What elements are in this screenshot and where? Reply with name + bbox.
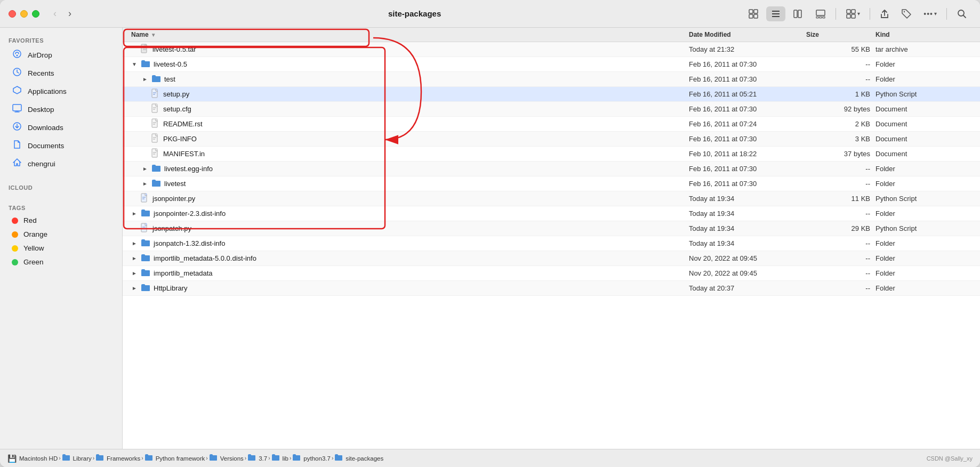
- doc-icon: [151, 133, 160, 144]
- svg-rect-16: [852, 14, 855, 18]
- sidebar-item-tag-orange[interactable]: Orange: [3, 228, 119, 241]
- file-kind: Document: [875, 120, 971, 128]
- sidebar-item-downloads[interactable]: Downloads: [3, 119, 119, 136]
- close-button[interactable]: [9, 10, 16, 18]
- tag-yellow-dot: [12, 245, 18, 252]
- file-name: livetest-0.5.tar: [152, 45, 196, 53]
- statusbar-path-item[interactable]: Versions: [209, 454, 244, 463]
- table-row[interactable]: jsonpatch.py Today at 19:34 29 KB Python…: [123, 221, 980, 236]
- view-gallery-button[interactable]: [811, 6, 830, 21]
- sidebar-item-applications-label: Applications: [28, 87, 67, 95]
- svg-rect-15: [847, 14, 850, 18]
- table-row[interactable]: PKG-INFO Feb 16, 2011 at 07:30 3 KB Docu…: [123, 132, 980, 147]
- group-button[interactable]: ▾: [841, 6, 864, 21]
- table-row[interactable]: setup.cfg Feb 16, 2011 at 07:30 92 bytes…: [123, 102, 980, 117]
- expand-arrow[interactable]: ►: [142, 181, 148, 187]
- nav-buttons: ‹ ›: [50, 7, 75, 20]
- file-name-cell: MANIFEST.in: [131, 148, 689, 159]
- statusbar-path-item[interactable]: Library: [62, 454, 92, 463]
- site-packages-folder-icon: [334, 454, 343, 463]
- expand-arrow[interactable]: ►: [131, 270, 138, 276]
- table-row[interactable]: ► livetest.egg-info Feb 16, 2011 at 07:3…: [123, 162, 980, 176]
- svg-rect-0: [749, 10, 753, 13]
- table-row[interactable]: ► livetest Feb 16, 2011 at 07:30 -- Fold…: [123, 176, 980, 191]
- statusbar-path-item[interactable]: 3.7: [247, 454, 267, 463]
- table-row[interactable]: ► test Feb 16, 2011 at 07:30 -- Folder: [123, 72, 980, 87]
- back-button[interactable]: ‹: [50, 7, 60, 20]
- statusbar-path-label: python3.7: [303, 455, 331, 462]
- sidebar-item-chengrui[interactable]: chengrui: [3, 155, 119, 172]
- tag-red-dot: [12, 218, 18, 224]
- table-row[interactable]: ▼ livetest-0.5 Feb 16, 2011 at 07:30 -- …: [123, 57, 980, 72]
- table-row[interactable]: jsonpointer.py Today at 19:34 11 KB Pyth…: [123, 191, 980, 206]
- table-row[interactable]: ► jsonpointer-2.3.dist-info Today at 19:…: [123, 206, 980, 221]
- path-separator: ›: [59, 455, 60, 461]
- sidebar-item-applications[interactable]: Applications: [3, 83, 119, 100]
- search-icon: [957, 9, 967, 19]
- doc-icon: [151, 148, 160, 159]
- expand-arrow[interactable]: ►: [142, 166, 148, 172]
- sidebar-item-documents[interactable]: Documents: [3, 137, 119, 154]
- view-grid-button[interactable]: [744, 6, 763, 21]
- file-list-area: Name ▼ Date Modified Size Kind: [123, 28, 980, 449]
- statusbar-path-item[interactable]: python3.7: [292, 454, 331, 463]
- svg-rect-8: [798, 10, 801, 18]
- file-name: importlib_metadata-5.0.0.dist-info: [154, 254, 256, 262]
- python-framework-folder-icon: [144, 454, 153, 463]
- expand-arrow[interactable]: ►: [131, 240, 138, 246]
- sidebar-item-downloads-label: Downloads: [28, 124, 63, 132]
- minimize-button[interactable]: [20, 10, 28, 18]
- table-row[interactable]: setup.py Feb 16, 2011 at 05:21 1 KB Pyth…: [123, 87, 980, 102]
- table-row[interactable]: ► importlib_metadata Nov 20, 2022 at 09:…: [123, 266, 980, 281]
- expand-arrow[interactable]: ▼: [131, 61, 138, 67]
- statusbar-path-item[interactable]: Frameworks: [95, 454, 140, 463]
- header-size[interactable]: Size: [806, 31, 875, 38]
- file-size: 11 KB: [806, 195, 875, 203]
- sidebar-item-tag-yellow[interactable]: Yellow: [3, 241, 119, 255]
- table-row[interactable]: README.rst Feb 16, 2011 at 07:24 2 KB Do…: [123, 117, 980, 132]
- maximize-button[interactable]: [32, 10, 39, 18]
- table-row[interactable]: MANIFEST.in Feb 10, 2011 at 18:22 37 byt…: [123, 147, 980, 162]
- expand-arrow[interactable]: ►: [142, 76, 148, 82]
- table-row[interactable]: livetest-0.5.tar Today at 21:32 55 KB ta…: [123, 42, 980, 57]
- file-name: MANIFEST.in: [163, 150, 205, 158]
- header-kind[interactable]: Kind: [875, 31, 971, 38]
- file-kind: Folder: [875, 239, 971, 247]
- expand-arrow[interactable]: ►: [131, 285, 138, 291]
- svg-rect-23: [13, 104, 21, 111]
- statusbar-path-item[interactable]: 💾 Macintosh HD: [7, 454, 58, 463]
- sidebar-item-airdrop[interactable]: AirDrop: [3, 46, 119, 63]
- search-button[interactable]: [952, 6, 971, 21]
- path-separator: ›: [93, 455, 94, 461]
- statusbar-path-item[interactable]: lib: [271, 454, 289, 463]
- header-name[interactable]: Name ▼: [131, 31, 689, 38]
- sidebar-item-recents[interactable]: Recents: [3, 65, 119, 82]
- view-columns-button[interactable]: [789, 6, 808, 21]
- sidebar-item-tag-green[interactable]: Green: [3, 255, 119, 269]
- share-button[interactable]: [875, 6, 894, 21]
- tag-green-dot: [12, 259, 18, 265]
- expand-arrow[interactable]: ►: [131, 211, 138, 216]
- table-row[interactable]: ► importlib_metadata-5.0.0.dist-info Nov…: [123, 251, 980, 266]
- sidebar: Favorites AirDrop: [0, 28, 123, 449]
- table-row[interactable]: ► HttpLibrary Today at 20:37 -- Folder: [123, 281, 980, 296]
- more-button[interactable]: ••• ▾: [919, 7, 941, 20]
- svg-point-17: [904, 11, 905, 12]
- header-date[interactable]: Date Modified: [689, 31, 806, 38]
- file-kind: Document: [875, 150, 971, 158]
- svg-rect-14: [852, 10, 855, 13]
- table-row[interactable]: ► jsonpatch-1.32.dist-info Today at 19:3…: [123, 236, 980, 251]
- expand-arrow[interactable]: ►: [131, 255, 138, 261]
- forward-button[interactable]: ›: [65, 7, 75, 20]
- file-name: HttpLibrary: [154, 284, 188, 292]
- svg-point-20: [13, 50, 21, 58]
- statusbar-path-label: Frameworks: [107, 455, 140, 462]
- folder-icon: [141, 283, 150, 294]
- statusbar-path-item[interactable]: site-packages: [334, 454, 383, 463]
- sidebar-item-desktop[interactable]: Desktop: [3, 101, 119, 118]
- view-list-button[interactable]: [766, 6, 785, 21]
- folder-icon: [141, 59, 150, 70]
- tag-button[interactable]: [897, 6, 916, 21]
- sidebar-item-tag-red[interactable]: Red: [3, 214, 119, 227]
- statusbar-path-item[interactable]: Python framework: [144, 454, 205, 463]
